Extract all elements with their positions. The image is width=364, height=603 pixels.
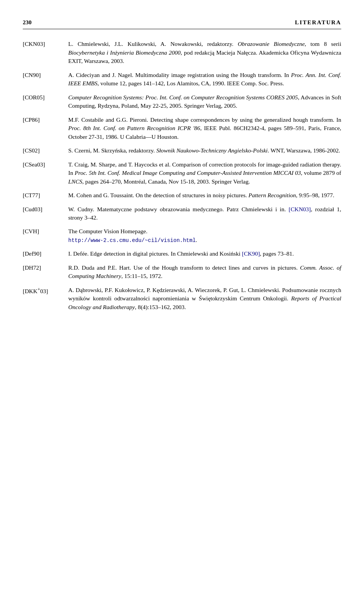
page: 230 LITERATURA [CKN03]L. Chmielewski, J.… bbox=[0, 0, 364, 603]
bib-key: [DH72] bbox=[23, 264, 68, 272]
bib-key: [CN90] bbox=[23, 71, 68, 79]
bib-entry: [CT77]M. Cohen and G. Toussaint. On the … bbox=[23, 191, 341, 199]
bib-key: [DKK+03] bbox=[23, 286, 68, 296]
page-number: 230 bbox=[23, 18, 31, 27]
bib-content: T. Craig, M. Sharpe, and T. Haycocks et … bbox=[68, 160, 341, 186]
bib-entry: [Def90]I. Defée. Edge detection in digit… bbox=[23, 250, 341, 258]
bib-entry: [DH72]R.D. Duda and P.E. Hart. Use of th… bbox=[23, 264, 341, 281]
bib-entry: [CS02]S. Czerni, M. Skrzyńska, redaktorz… bbox=[23, 146, 341, 155]
bib-key: [CS02] bbox=[23, 146, 68, 155]
bib-content: L. Chmielewski, J.L. Kulikowski, A. Nowa… bbox=[68, 40, 341, 65]
bib-entry: [COR05]Computer Recognition Systems: Pro… bbox=[23, 93, 341, 110]
page-header: 230 LITERATURA bbox=[23, 18, 341, 29]
bib-content: M. Cohen and G. Toussaint. On the detect… bbox=[68, 191, 341, 199]
bib-key: [CSea03] bbox=[23, 160, 68, 169]
bib-key: [CT77] bbox=[23, 191, 68, 199]
bib-key: [CKN03] bbox=[23, 40, 68, 48]
bib-key: [COR05] bbox=[23, 93, 68, 102]
page-title: LITERATURA bbox=[295, 18, 341, 27]
bib-content: I. Defée. Edge detection in digital pict… bbox=[68, 250, 341, 258]
bib-content: The Computer Vision Homepage.http://www-… bbox=[68, 227, 341, 244]
bib-entry: [CVH]The Computer Vision Homepage.http:/… bbox=[23, 227, 341, 244]
bib-key: [CVH] bbox=[23, 227, 68, 236]
bib-content: Computer Recognition Systems: Proc. Int.… bbox=[68, 93, 341, 110]
bib-key: [Def90] bbox=[23, 250, 68, 258]
bib-entry: [Cud03]W. Cudny. Matematyczne podstawy o… bbox=[23, 205, 341, 222]
bib-key: [CP86] bbox=[23, 116, 68, 124]
bib-entry: [CKN03]L. Chmielewski, J.L. Kulikowski, … bbox=[23, 40, 341, 65]
bib-content: W. Cudny. Matematyczne podstawy obrazowa… bbox=[68, 205, 341, 222]
bib-content: R.D. Duda and P.E. Hart. Use of the Houg… bbox=[68, 264, 341, 281]
bib-content: S. Czerni, M. Skrzyńska, redaktorzy. Sło… bbox=[68, 146, 341, 155]
bib-content: A. Dąbrowski, P.F. Kukołowicz, P. Kędzie… bbox=[68, 286, 341, 311]
bib-content: A. Cideciyan and J. Nagel. Multimodality… bbox=[68, 71, 341, 88]
bib-entry: [CN90]A. Cideciyan and J. Nagel. Multimo… bbox=[23, 71, 341, 88]
bib-entry: [CSea03]T. Craig, M. Sharpe, and T. Hayc… bbox=[23, 160, 341, 186]
bib-key: [Cud03] bbox=[23, 205, 68, 214]
bib-entry: [DKK+03]A. Dąbrowski, P.F. Kukołowicz, P… bbox=[23, 286, 341, 311]
bib-entry: [CP86]M.F. Costabile and G.G. Pieroni. D… bbox=[23, 116, 341, 141]
bib-content: M.F. Costabile and G.G. Pieroni. Detecti… bbox=[68, 116, 341, 141]
bibliography-list: [CKN03]L. Chmielewski, J.L. Kulikowski, … bbox=[23, 40, 341, 317]
